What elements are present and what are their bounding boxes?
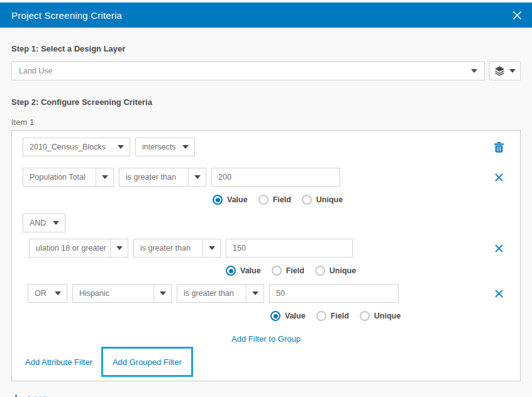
dialog-title: Project Screening Criteria: [11, 10, 122, 21]
design-layer-value: Land Use: [12, 67, 464, 75]
layers-icon: [494, 66, 505, 76]
group-filter2-logic-value: OR: [28, 289, 49, 298]
group-filter2-logic-dropdown[interactable]: OR: [28, 284, 67, 303]
chevron-down-icon: [96, 168, 113, 186]
group-filter1-operator-dropdown[interactable]: is greater than: [133, 239, 221, 258]
chevron-down-icon: [509, 69, 516, 73]
group-filter2-operator-value: is greater than: [177, 289, 246, 298]
chevron-down-icon: [246, 285, 263, 302]
radio-value-label: Value: [240, 266, 261, 275]
filter1-field-dropdown[interactable]: Population Total: [23, 168, 114, 187]
radio-field[interactable]: [316, 311, 326, 321]
radio-unique-label: Unique: [374, 312, 401, 320]
radio-unique[interactable]: [360, 311, 370, 321]
dialog-body: Step 1: Select a Design Layer Land Use S…: [0, 44, 532, 397]
plus-icon: [11, 394, 21, 397]
radio-field[interactable]: [272, 266, 282, 276]
spatial-layer-dropdown[interactable]: 2010_Census_Blocks: [23, 138, 130, 156]
radio-option-field[interactable]: Field: [316, 311, 349, 321]
radio-unique[interactable]: [302, 195, 312, 205]
chevron-down-icon: [464, 62, 484, 80]
add-filter-to-group-link[interactable]: Add Filter to Group: [231, 334, 301, 344]
group-filter1-operator-value: is greater than: [134, 244, 202, 253]
group-filter1-mode-radios: Value Field Unique: [226, 265, 509, 276]
spatial-filter-row: 2010_Census_Blocks intersects: [23, 138, 509, 156]
chevron-down-icon: [112, 138, 130, 156]
chevron-down-icon: [202, 239, 220, 257]
radio-field-label: Field: [331, 312, 349, 320]
close-icon[interactable]: [513, 11, 522, 20]
radio-field-label: Field: [273, 195, 291, 204]
chevron-down-icon: [177, 138, 194, 156]
radio-value-label: Value: [285, 312, 306, 320]
filter1-mode-radios: Value Field Unique: [213, 194, 509, 205]
add-grouped-filter-link[interactable]: Add Grouped Filter: [113, 357, 182, 367]
group-filter2-value-input[interactable]: [269, 284, 399, 303]
radio-unique[interactable]: [315, 266, 325, 276]
remove-filter-icon[interactable]: [495, 290, 503, 298]
group-filter1-field-value: ulation 18 or greater: [30, 244, 110, 253]
step2-heading: Step 2: Configure Screening Criteria: [11, 97, 521, 107]
radio-field[interactable]: [258, 195, 269, 205]
filter1-operator-dropdown[interactable]: is greater than: [119, 168, 206, 187]
radio-option-value[interactable]: Value: [270, 311, 306, 321]
spatial-operator-value: intersects: [136, 143, 177, 151]
radio-option-value[interactable]: Value: [226, 266, 261, 276]
spatial-layer-value: 2010_Census_Blocks: [23, 143, 112, 151]
radio-option-unique[interactable]: Unique: [302, 195, 343, 205]
radio-option-field[interactable]: Field: [272, 266, 304, 276]
design-layer-select[interactable]: Land Use: [11, 62, 485, 80]
logic-operator-value: AND: [23, 219, 47, 227]
dialog-header: Project Screening Criteria: [0, 3, 532, 28]
filter-actions-row: Add Attribute Filter Add Grouped Filter: [23, 347, 509, 377]
radio-option-value[interactable]: Value: [213, 195, 248, 205]
attribute-filter-row: Population Total is greater than: [23, 168, 509, 187]
add-attribute-filter-link[interactable]: Add Attribute Filter: [25, 357, 92, 367]
radio-value-selected[interactable]: [270, 311, 280, 321]
group-filter1-value-input[interactable]: [226, 239, 353, 258]
group-filter2-mode-radios: Value Field Unique: [270, 310, 509, 322]
group-filter1-row: ulation 18 or greater is greater than: [29, 239, 509, 258]
chevron-down-icon: [110, 239, 128, 257]
filter1-operator-value: is greater than: [119, 173, 188, 182]
group-filter1-field-dropdown[interactable]: ulation 18 or greater: [29, 239, 128, 258]
step1-heading: Step 1: Select a Design Layer: [11, 44, 521, 53]
radio-value-selected[interactable]: [226, 266, 236, 276]
radio-unique-label: Unique: [316, 195, 343, 204]
chevron-down-icon: [153, 285, 171, 302]
group-filter2-operator-dropdown[interactable]: is greater than: [177, 284, 264, 303]
add-item-row[interactable]: Add Item: [11, 394, 521, 397]
radio-option-unique[interactable]: Unique: [315, 266, 356, 276]
group-filter2-field-value: Hispanic: [73, 289, 153, 298]
radio-value-label: Value: [227, 195, 248, 204]
radio-unique-label: Unique: [330, 266, 356, 275]
radio-field-label: Field: [286, 266, 304, 275]
chevron-down-icon: [188, 168, 206, 186]
item-1-label: Item 1: [11, 117, 521, 127]
group-filter2-field-dropdown[interactable]: Hispanic: [72, 284, 172, 303]
item-1-panel: 2010_Census_Blocks intersects Population…: [11, 130, 521, 381]
trash-icon[interactable]: [494, 142, 504, 153]
chevron-down-icon: [47, 214, 65, 232]
filter1-value-input[interactable]: [211, 168, 340, 187]
add-item-link[interactable]: Add Item: [26, 394, 59, 397]
tutorial-highlight-box: Add Grouped Filter: [101, 347, 193, 377]
remove-filter-icon[interactable]: [495, 173, 503, 182]
chevron-down-icon: [49, 285, 67, 302]
group-filter2-row: OR Hispanic is greater than: [28, 284, 509, 303]
radio-option-unique[interactable]: Unique: [360, 311, 401, 321]
radio-option-field[interactable]: Field: [258, 195, 291, 205]
spatial-operator-dropdown[interactable]: intersects: [135, 138, 195, 156]
remove-filter-icon[interactable]: [495, 244, 503, 253]
radio-value-selected[interactable]: [213, 195, 223, 205]
add-filter-to-group-row: Add Filter to Group: [23, 333, 509, 343]
logic-operator-dropdown[interactable]: AND: [23, 214, 65, 232]
logic-operator-row: AND: [23, 214, 509, 232]
layer-options-button[interactable]: [489, 62, 521, 80]
filter1-field-value: Population Total: [23, 173, 96, 182]
design-layer-row: Land Use: [11, 62, 521, 80]
